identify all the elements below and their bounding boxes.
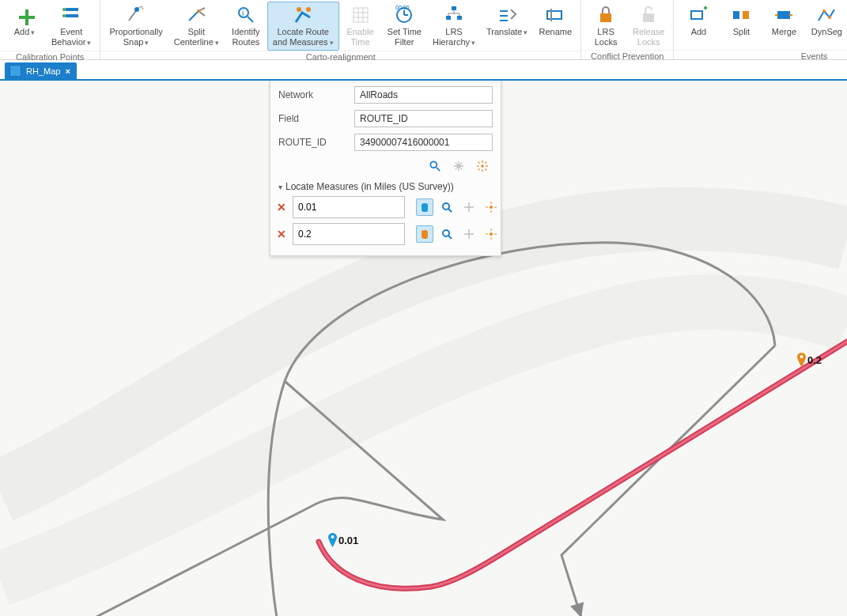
- delete-icon[interactable]: ✕: [277, 228, 286, 240]
- routeid-label: ROUTE_ID: [278, 137, 350, 148]
- identify-routes-button[interactable]: iIdentifyRoutes: [225, 2, 267, 50]
- measures-section-header[interactable]: ▾Locate Measures (in Miles (US Survey)): [270, 176, 501, 194]
- svg-line-51: [478, 169, 480, 171]
- delete-icon[interactable]: ✕: [277, 201, 286, 214]
- map-marker: 0.2: [797, 353, 820, 369]
- document-tabstrip: RH_Map ×: [0, 60, 847, 81]
- svg-point-9: [297, 7, 301, 12]
- field-row: Field ROUTE_ID: [270, 107, 501, 130]
- release-locks-button: ReleaseLocks: [627, 2, 670, 50]
- ev-merge-button[interactable]: Merge: [762, 2, 805, 40]
- pin-icon: [797, 353, 806, 367]
- lrs-locks-button[interactable]: LRSLocks: [584, 2, 627, 50]
- svg-rect-26: [643, 13, 654, 22]
- field-select[interactable]: ROUTE_ID: [354, 110, 493, 127]
- svg-point-5: [197, 9, 200, 13]
- locate-route-button[interactable]: Locate Routeand Measures▾: [267, 2, 339, 51]
- flash-icon[interactable]: [482, 225, 500, 243]
- ribbon: Add▾EventBehavior▾Calibration PointsProp…: [0, 0, 847, 60]
- pan-icon[interactable]: [460, 198, 478, 216]
- svg-point-3: [62, 14, 66, 17]
- svg-point-2: [62, 8, 66, 11]
- flash-icon[interactable]: [482, 198, 500, 216]
- ribbon-group: Add▾EventBehavior▾Calibration Points: [0, 0, 100, 59]
- svg-point-43: [481, 164, 484, 168]
- zoom-icon[interactable]: [438, 198, 456, 216]
- enable-time-button: EnableTime: [339, 2, 382, 50]
- svg-rect-29: [743, 11, 749, 19]
- ribbon-group: LRSLocksReleaseLocksConflict Prevention: [581, 0, 674, 59]
- field-label: Field: [278, 113, 350, 124]
- chevron-down-icon: ▾: [278, 183, 282, 191]
- measure-input[interactable]: [293, 223, 405, 245]
- svg-point-61: [443, 230, 449, 236]
- measure-input[interactable]: [293, 196, 405, 218]
- lrs-hierarchy-button[interactable]: LRSHierarchy▾: [427, 2, 481, 51]
- select-on-map-icon[interactable]: [416, 198, 433, 216]
- svg-line-50: [486, 162, 487, 164]
- ribbon-group: AddSplitMergeDynSegReplaceConfigureRepla…: [674, 0, 847, 59]
- ribbon-group-label: Events: [674, 50, 847, 61]
- svg-line-7: [248, 17, 253, 22]
- svg-rect-1: [66, 14, 78, 17]
- svg-rect-0: [66, 8, 78, 11]
- select-on-map-icon[interactable]: [416, 225, 433, 243]
- svg-point-55: [490, 206, 493, 209]
- network-row: Network AllRoads: [270, 83, 501, 107]
- zoom-icon[interactable]: [426, 157, 444, 175]
- svg-point-10: [306, 7, 311, 12]
- svg-rect-25: [600, 13, 611, 22]
- svg-point-53: [443, 203, 449, 210]
- svg-rect-22: [457, 16, 462, 20]
- set-time-filter-button[interactable]: 00:00Set TimeFilter: [382, 2, 427, 50]
- ev-dynseg-button[interactable]: DynSeg: [805, 2, 847, 40]
- svg-line-62: [448, 236, 452, 239]
- svg-text:00:00: 00:00: [395, 5, 410, 10]
- pan-icon[interactable]: [450, 157, 467, 175]
- svg-line-48: [478, 162, 480, 164]
- split-cl-button[interactable]: SplitCenterline▾: [168, 2, 225, 51]
- ribbon-group-label: Calibration Points: [0, 51, 100, 62]
- routeid-row: ROUTE_ID 34900007416000001: [270, 130, 501, 154]
- pin-icon: [328, 533, 337, 547]
- flash-icon[interactable]: [474, 157, 491, 175]
- translate-button[interactable]: Translate▾: [481, 2, 533, 40]
- network-label: Network: [278, 89, 350, 100]
- svg-rect-30: [777, 11, 790, 19]
- measure-row: ✕: [270, 194, 501, 221]
- svg-line-54: [448, 209, 452, 212]
- ribbon-group-label: Conflict Prevention: [581, 50, 673, 61]
- add-calib-button[interactable]: Add▾: [3, 2, 46, 40]
- map-tab[interactable]: RH_Map ×: [5, 62, 77, 79]
- svg-point-39: [331, 535, 335, 539]
- pan-icon[interactable]: [460, 225, 478, 243]
- ribbon-group-label: Carto-realignment: [100, 51, 580, 62]
- svg-rect-28: [733, 11, 739, 19]
- svg-point-32: [828, 16, 831, 19]
- ribbon-group: ProportionallySnap▾SplitCenterline▾iIden…: [100, 0, 581, 59]
- ev-add-button[interactable]: Add: [677, 2, 720, 40]
- measure-row: ✕: [270, 221, 501, 248]
- svg-text:i: i: [242, 9, 244, 17]
- svg-point-63: [490, 232, 493, 236]
- zoom-icon[interactable]: [438, 225, 456, 243]
- locate-route-panel: Locate Route Network AllRoads Field ROUT…: [270, 81, 501, 256]
- svg-line-42: [437, 168, 440, 171]
- routeid-select[interactable]: 34900007416000001: [354, 134, 493, 151]
- map-marker: 0.01: [328, 533, 357, 550]
- svg-point-31: [822, 9, 826, 13]
- svg-point-41: [430, 161, 437, 168]
- svg-rect-60: [422, 230, 428, 239]
- svg-rect-11: [354, 8, 368, 22]
- svg-rect-23: [547, 11, 562, 19]
- svg-rect-27: [691, 11, 702, 19]
- svg-rect-21: [446, 16, 451, 20]
- event-behavior-button[interactable]: EventBehavior▾: [46, 2, 96, 51]
- close-icon[interactable]: ×: [65, 66, 70, 76]
- map-icon: [9, 65, 21, 77]
- ev-split-button[interactable]: Split: [720, 2, 762, 40]
- rename-button[interactable]: Rename: [533, 2, 577, 40]
- network-select[interactable]: AllRoads: [354, 86, 493, 104]
- map-view[interactable]: 0.010.2 Locate Route Network AllRoads Fi…: [0, 81, 847, 616]
- prop-snap-button[interactable]: ProportionallySnap▾: [104, 2, 168, 51]
